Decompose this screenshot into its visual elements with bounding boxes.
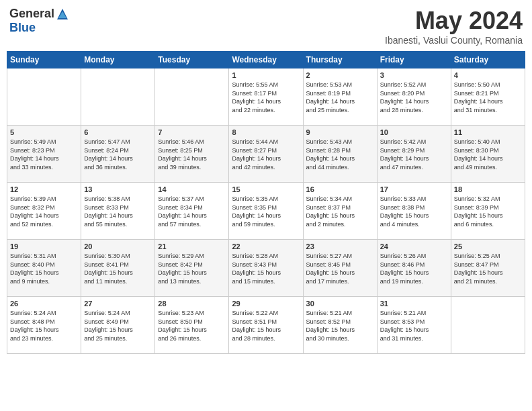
day-info: Sunrise: 5:27 AM Sunset: 8:45 PM Dayligh… (306, 252, 374, 285)
day-info: Sunrise: 5:50 AM Sunset: 8:21 PM Dayligh… (454, 81, 522, 114)
day-number: 9 (306, 128, 374, 136)
calendar-cell: 1Sunrise: 5:55 AM Sunset: 8:17 PM Daylig… (229, 68, 303, 126)
calendar-cell: 26Sunrise: 5:24 AM Sunset: 8:48 PM Dayli… (7, 297, 81, 354)
day-number: 24 (380, 242, 448, 250)
day-info: Sunrise: 5:47 AM Sunset: 8:24 PM Dayligh… (84, 138, 152, 171)
calendar-cell: 9Sunrise: 5:43 AM Sunset: 8:28 PM Daylig… (303, 126, 377, 183)
day-info: Sunrise: 5:46 AM Sunset: 8:25 PM Dayligh… (158, 138, 226, 171)
logo-icon (56, 7, 69, 21)
calendar-cell: 30Sunrise: 5:21 AM Sunset: 8:52 PM Dayli… (303, 297, 377, 354)
day-number: 3 (380, 71, 448, 79)
logo-general-text: General (9, 7, 54, 21)
day-info: Sunrise: 5:35 AM Sunset: 8:35 PM Dayligh… (232, 195, 300, 228)
calendar-cell: 17Sunrise: 5:33 AM Sunset: 8:38 PM Dayli… (377, 183, 451, 240)
day-number: 31 (380, 300, 448, 308)
day-number: 5 (10, 128, 78, 136)
calendar-cell: 5Sunrise: 5:49 AM Sunset: 8:23 PM Daylig… (7, 126, 81, 183)
calendar-cell: 11Sunrise: 5:40 AM Sunset: 8:30 PM Dayli… (451, 126, 525, 183)
day-info: Sunrise: 5:38 AM Sunset: 8:33 PM Dayligh… (84, 195, 152, 228)
day-number: 14 (158, 185, 226, 193)
day-number: 28 (158, 300, 226, 308)
calendar-cell: 16Sunrise: 5:34 AM Sunset: 8:37 PM Dayli… (303, 183, 377, 240)
day-info: Sunrise: 5:24 AM Sunset: 8:48 PM Dayligh… (10, 309, 78, 342)
day-info: Sunrise: 5:21 AM Sunset: 8:52 PM Dayligh… (306, 309, 374, 342)
calendar-cell: 2Sunrise: 5:53 AM Sunset: 8:19 PM Daylig… (303, 68, 377, 126)
day-info: Sunrise: 5:31 AM Sunset: 8:40 PM Dayligh… (10, 252, 78, 285)
day-info: Sunrise: 5:39 AM Sunset: 8:32 PM Dayligh… (10, 195, 78, 228)
calendar-table: SundayMondayTuesdayWednesdayThursdayFrid… (7, 51, 525, 354)
day-info: Sunrise: 5:28 AM Sunset: 8:43 PM Dayligh… (232, 252, 300, 285)
calendar-cell: 3Sunrise: 5:52 AM Sunset: 8:20 PM Daylig… (377, 68, 451, 126)
day-info: Sunrise: 5:29 AM Sunset: 8:42 PM Dayligh… (158, 252, 226, 285)
logo-blue-text: Blue (9, 21, 36, 35)
day-number: 21 (158, 242, 226, 250)
day-info: Sunrise: 5:24 AM Sunset: 8:49 PM Dayligh… (84, 309, 152, 342)
weekday-header-wednesday: Wednesday (229, 52, 303, 68)
day-number: 15 (232, 185, 300, 193)
calendar-week-row: 26Sunrise: 5:24 AM Sunset: 8:48 PM Dayli… (7, 297, 525, 354)
calendar-cell: 18Sunrise: 5:32 AM Sunset: 8:39 PM Dayli… (451, 183, 525, 240)
day-number: 19 (10, 242, 78, 250)
month-year-title: May 2024 (385, 7, 523, 35)
calendar-cell: 6Sunrise: 5:47 AM Sunset: 8:24 PM Daylig… (81, 126, 155, 183)
calendar-cell (7, 68, 81, 126)
day-number: 13 (84, 185, 152, 193)
day-number: 22 (232, 242, 300, 250)
calendar-cell: 21Sunrise: 5:29 AM Sunset: 8:42 PM Dayli… (155, 240, 229, 297)
day-info: Sunrise: 5:43 AM Sunset: 8:28 PM Dayligh… (306, 138, 374, 171)
calendar-cell (451, 297, 525, 354)
calendar-cell: 23Sunrise: 5:27 AM Sunset: 8:45 PM Dayli… (303, 240, 377, 297)
day-number: 25 (454, 242, 522, 250)
day-number: 27 (84, 300, 152, 308)
calendar-cell: 22Sunrise: 5:28 AM Sunset: 8:43 PM Dayli… (229, 240, 303, 297)
day-info: Sunrise: 5:26 AM Sunset: 8:46 PM Dayligh… (380, 252, 448, 285)
weekday-header-saturday: Saturday (451, 52, 525, 68)
calendar-cell: 15Sunrise: 5:35 AM Sunset: 8:35 PM Dayli… (229, 183, 303, 240)
day-info: Sunrise: 5:42 AM Sunset: 8:29 PM Dayligh… (380, 138, 448, 171)
calendar-cell: 27Sunrise: 5:24 AM Sunset: 8:49 PM Dayli… (81, 297, 155, 354)
day-number: 6 (84, 128, 152, 136)
calendar-week-row: 5Sunrise: 5:49 AM Sunset: 8:23 PM Daylig… (7, 126, 525, 183)
calendar-cell: 25Sunrise: 5:25 AM Sunset: 8:47 PM Dayli… (451, 240, 525, 297)
day-number: 11 (454, 128, 522, 136)
day-number: 29 (232, 300, 300, 308)
day-number: 17 (380, 185, 448, 193)
page-header: General Blue May 2024 Ibanesti, Vaslui C… (7, 7, 525, 46)
day-number: 23 (306, 242, 374, 250)
day-info: Sunrise: 5:21 AM Sunset: 8:53 PM Dayligh… (380, 309, 448, 342)
day-info: Sunrise: 5:34 AM Sunset: 8:37 PM Dayligh… (306, 195, 374, 228)
day-number: 16 (306, 185, 374, 193)
weekday-header-monday: Monday (81, 52, 155, 68)
calendar-cell: 14Sunrise: 5:37 AM Sunset: 8:34 PM Dayli… (155, 183, 229, 240)
logo: General Blue (9, 7, 69, 35)
day-number: 8 (232, 128, 300, 136)
day-info: Sunrise: 5:52 AM Sunset: 8:20 PM Dayligh… (380, 81, 448, 114)
calendar-week-row: 12Sunrise: 5:39 AM Sunset: 8:32 PM Dayli… (7, 183, 525, 240)
calendar-cell: 20Sunrise: 5:30 AM Sunset: 8:41 PM Dayli… (81, 240, 155, 297)
weekday-header-sunday: Sunday (7, 52, 81, 68)
calendar-cell: 13Sunrise: 5:38 AM Sunset: 8:33 PM Dayli… (81, 183, 155, 240)
day-number: 4 (454, 71, 522, 79)
day-info: Sunrise: 5:30 AM Sunset: 8:41 PM Dayligh… (84, 252, 152, 285)
calendar-cell: 19Sunrise: 5:31 AM Sunset: 8:40 PM Dayli… (7, 240, 81, 297)
calendar-week-row: 1Sunrise: 5:55 AM Sunset: 8:17 PM Daylig… (7, 68, 525, 126)
day-info: Sunrise: 5:53 AM Sunset: 8:19 PM Dayligh… (306, 81, 374, 114)
day-info: Sunrise: 5:40 AM Sunset: 8:30 PM Dayligh… (454, 138, 522, 171)
day-number: 26 (10, 300, 78, 308)
calendar-cell: 24Sunrise: 5:26 AM Sunset: 8:46 PM Dayli… (377, 240, 451, 297)
weekday-header-friday: Friday (377, 52, 451, 68)
calendar-cell: 10Sunrise: 5:42 AM Sunset: 8:29 PM Dayli… (377, 126, 451, 183)
day-info: Sunrise: 5:22 AM Sunset: 8:51 PM Dayligh… (232, 309, 300, 342)
calendar-week-row: 19Sunrise: 5:31 AM Sunset: 8:40 PM Dayli… (7, 240, 525, 297)
day-info: Sunrise: 5:25 AM Sunset: 8:47 PM Dayligh… (454, 252, 522, 285)
calendar-cell: 4Sunrise: 5:50 AM Sunset: 8:21 PM Daylig… (451, 68, 525, 126)
day-number: 2 (306, 71, 374, 79)
calendar-cell: 29Sunrise: 5:22 AM Sunset: 8:51 PM Dayli… (229, 297, 303, 354)
weekday-header-tuesday: Tuesday (155, 52, 229, 68)
calendar-cell (155, 68, 229, 126)
day-info: Sunrise: 5:32 AM Sunset: 8:39 PM Dayligh… (454, 195, 522, 228)
calendar-cell: 7Sunrise: 5:46 AM Sunset: 8:25 PM Daylig… (155, 126, 229, 183)
day-number: 12 (10, 185, 78, 193)
location-text: Ibanesti, Vaslui County, Romania (385, 35, 523, 46)
day-number: 7 (158, 128, 226, 136)
